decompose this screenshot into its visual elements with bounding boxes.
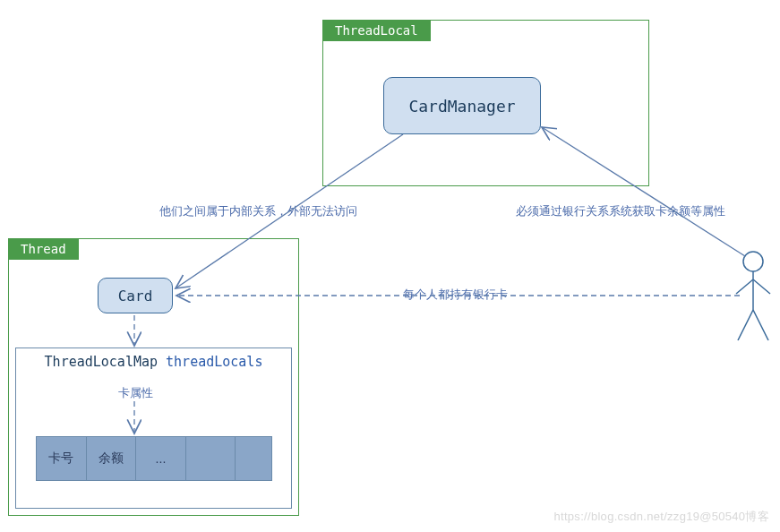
annotation-attr: 卡属性	[118, 385, 153, 401]
svg-line-2	[736, 279, 753, 294]
map-name: threadLocals	[166, 354, 262, 370]
svg-line-5	[753, 310, 768, 340]
actor-icon	[736, 252, 770, 340]
table-cell: ...	[136, 437, 186, 480]
threadlocalmap-box: ThreadLocalMap threadLocals 卡号 余额 ...	[15, 348, 292, 509]
annotation-holds: 每个人都持有银行卡	[403, 287, 508, 303]
cardmanager-class: CardManager	[383, 77, 541, 134]
table-cell	[236, 437, 271, 480]
table-cell: 卡号	[37, 437, 87, 480]
annotation-internal: 他们之间属于内部关系，外部无法访问	[159, 203, 357, 219]
svg-line-4	[738, 310, 753, 340]
watermark: https://blog.csdn.net/zzg19@50540博客	[553, 509, 769, 525]
threadlocal-title: ThreadLocal	[322, 20, 431, 41]
svg-line-3	[753, 279, 770, 294]
cardmanager-label: CardManager	[408, 97, 515, 116]
thread-title: Thread	[8, 238, 79, 260]
svg-point-0	[743, 252, 763, 271]
annotation-bank: 必须通过银行关系系统获取卡余额等属性	[516, 203, 725, 219]
map-table: 卡号 余额 ...	[36, 436, 272, 481]
card-label: Card	[118, 287, 153, 305]
map-type: ThreadLocalMap	[45, 354, 158, 370]
threadlocalmap-title: ThreadLocalMap threadLocals	[16, 348, 291, 375]
table-cell: 余额	[87, 437, 137, 480]
table-cell	[186, 437, 236, 480]
card-class: Card	[98, 278, 173, 313]
